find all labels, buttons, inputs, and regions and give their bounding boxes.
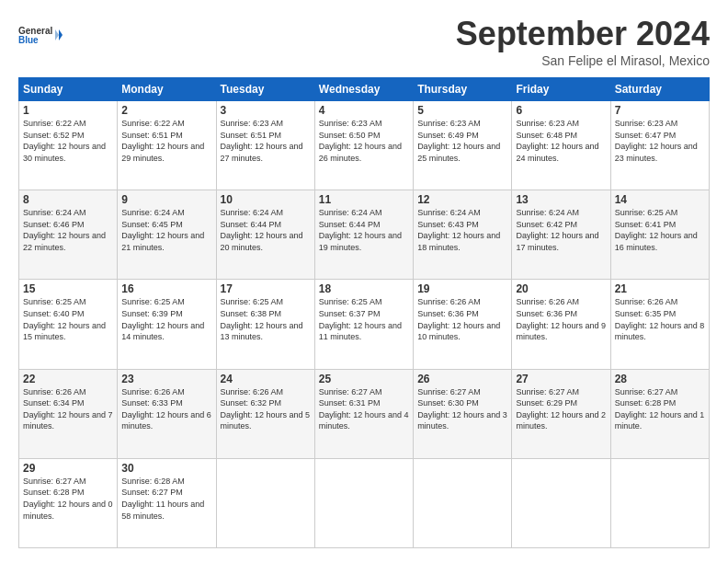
title-area: September 2024 San Felipe el Mirasol, Me… — [456, 15, 710, 68]
table-row: 1 Sunrise: 6:22 AMSunset: 6:52 PMDayligh… — [19, 101, 118, 190]
table-row: 24 Sunrise: 6:26 AMSunset: 6:32 PMDaylig… — [216, 369, 314, 458]
day-number: 21 — [615, 282, 705, 295]
cell-info: Sunrise: 6:27 AMSunset: 6:28 PMDaylight:… — [615, 386, 705, 432]
table-row: 10 Sunrise: 6:24 AMSunset: 6:44 PMDaylig… — [216, 190, 314, 280]
header: General Blue September 2024 San Felipe e… — [18, 15, 710, 68]
day-number: 29 — [23, 462, 113, 475]
day-number: 15 — [23, 282, 113, 295]
table-row: 21 Sunrise: 6:26 AMSunset: 6:35 PMDaylig… — [610, 280, 709, 369]
table-row: 5 Sunrise: 6:23 AMSunset: 6:49 PMDayligh… — [414, 101, 512, 190]
cell-info: Sunrise: 6:24 AMSunset: 6:44 PMDaylight:… — [221, 207, 311, 253]
table-row: 23 Sunrise: 6:26 AMSunset: 6:33 PMDaylig… — [118, 369, 216, 458]
day-number: 4 — [319, 104, 409, 117]
day-number: 10 — [221, 193, 311, 206]
day-number: 8 — [23, 193, 113, 206]
table-row: 26 Sunrise: 6:27 AMSunset: 6:30 PMDaylig… — [414, 369, 512, 458]
table-row: 2 Sunrise: 6:22 AMSunset: 6:51 PMDayligh… — [118, 101, 216, 190]
table-row — [610, 458, 709, 547]
day-number: 26 — [417, 373, 507, 385]
calendar-week-row: 22 Sunrise: 6:26 AMSunset: 6:34 PMDaylig… — [19, 369, 710, 458]
cell-info: Sunrise: 6:23 AMSunset: 6:51 PMDaylight:… — [221, 118, 311, 164]
cell-info: Sunrise: 6:24 AMSunset: 6:45 PMDaylight:… — [121, 207, 211, 253]
table-row: 27 Sunrise: 6:27 AMSunset: 6:29 PMDaylig… — [512, 369, 610, 458]
table-row: 7 Sunrise: 6:23 AMSunset: 6:47 PMDayligh… — [610, 101, 709, 190]
day-number: 2 — [121, 104, 211, 117]
cell-info: Sunrise: 6:23 AMSunset: 6:49 PMDaylight:… — [417, 118, 507, 164]
col-tuesday: Tuesday — [216, 78, 314, 101]
col-wednesday: Wednesday — [314, 78, 413, 101]
cell-info: Sunrise: 6:27 AMSunset: 6:30 PMDaylight:… — [417, 386, 507, 432]
logo-svg: General Blue — [18, 15, 64, 55]
cell-info: Sunrise: 6:25 AMSunset: 6:37 PMDaylight:… — [319, 296, 409, 342]
cell-info: Sunrise: 6:28 AMSunset: 6:27 PMDaylight:… — [121, 476, 211, 522]
table-row — [216, 458, 314, 547]
day-number: 7 — [615, 104, 705, 117]
cell-info: Sunrise: 6:24 AMSunset: 6:44 PMDaylight:… — [319, 207, 409, 253]
day-number: 22 — [23, 373, 113, 385]
col-saturday: Saturday — [610, 78, 709, 101]
day-number: 20 — [516, 282, 606, 295]
col-monday: Monday — [118, 78, 216, 101]
cell-info: Sunrise: 6:25 AMSunset: 6:41 PMDaylight:… — [615, 207, 705, 253]
day-number: 12 — [417, 193, 507, 206]
cell-info: Sunrise: 6:23 AMSunset: 6:50 PMDaylight:… — [319, 118, 409, 164]
day-number: 14 — [615, 193, 705, 206]
cell-info: Sunrise: 6:23 AMSunset: 6:48 PMDaylight:… — [516, 118, 606, 164]
cell-info: Sunrise: 6:24 AMSunset: 6:42 PMDaylight:… — [516, 207, 606, 253]
cell-info: Sunrise: 6:26 AMSunset: 6:36 PMDaylight:… — [516, 296, 606, 342]
day-number: 1 — [23, 104, 113, 117]
col-friday: Friday — [512, 78, 610, 101]
svg-marker-3 — [55, 29, 59, 40]
day-number: 25 — [319, 373, 409, 385]
table-row — [314, 458, 413, 547]
calendar-week-row: 8 Sunrise: 6:24 AMSunset: 6:46 PMDayligh… — [19, 190, 710, 280]
cell-info: Sunrise: 6:23 AMSunset: 6:47 PMDaylight:… — [615, 118, 705, 164]
day-number: 11 — [319, 193, 409, 206]
logo: General Blue — [18, 15, 64, 55]
cell-info: Sunrise: 6:24 AMSunset: 6:46 PMDaylight:… — [23, 207, 113, 253]
cell-info: Sunrise: 6:27 AMSunset: 6:28 PMDaylight:… — [23, 476, 113, 522]
table-row: 6 Sunrise: 6:23 AMSunset: 6:48 PMDayligh… — [512, 101, 610, 190]
day-number: 18 — [319, 282, 409, 295]
calendar-week-row: 15 Sunrise: 6:25 AMSunset: 6:40 PMDaylig… — [19, 280, 710, 369]
table-row: 25 Sunrise: 6:27 AMSunset: 6:31 PMDaylig… — [314, 369, 413, 458]
day-number: 27 — [516, 373, 606, 385]
day-number: 24 — [221, 373, 311, 385]
cell-info: Sunrise: 6:26 AMSunset: 6:34 PMDaylight:… — [23, 386, 113, 432]
table-row: 11 Sunrise: 6:24 AMSunset: 6:44 PMDaylig… — [314, 190, 413, 280]
cell-info: Sunrise: 6:25 AMSunset: 6:38 PMDaylight:… — [221, 296, 311, 342]
day-number: 28 — [615, 373, 705, 385]
cell-info: Sunrise: 6:25 AMSunset: 6:40 PMDaylight:… — [23, 296, 113, 342]
day-number: 19 — [417, 282, 507, 295]
cell-info: Sunrise: 6:22 AMSunset: 6:52 PMDaylight:… — [23, 118, 113, 164]
table-row: 9 Sunrise: 6:24 AMSunset: 6:45 PMDayligh… — [118, 190, 216, 280]
table-row: 17 Sunrise: 6:25 AMSunset: 6:38 PMDaylig… — [216, 280, 314, 369]
cell-info: Sunrise: 6:26 AMSunset: 6:33 PMDaylight:… — [121, 386, 211, 432]
table-row: 28 Sunrise: 6:27 AMSunset: 6:28 PMDaylig… — [610, 369, 709, 458]
col-thursday: Thursday — [414, 78, 512, 101]
col-sunday: Sunday — [19, 78, 118, 101]
table-row: 18 Sunrise: 6:25 AMSunset: 6:37 PMDaylig… — [314, 280, 413, 369]
table-row: 3 Sunrise: 6:23 AMSunset: 6:51 PMDayligh… — [216, 101, 314, 190]
page: General Blue September 2024 San Felipe e… — [0, 0, 728, 563]
table-row: 20 Sunrise: 6:26 AMSunset: 6:36 PMDaylig… — [512, 280, 610, 369]
cell-info: Sunrise: 6:26 AMSunset: 6:35 PMDaylight:… — [615, 296, 705, 342]
cell-info: Sunrise: 6:24 AMSunset: 6:43 PMDaylight:… — [417, 207, 507, 253]
day-number: 13 — [516, 193, 606, 206]
table-row: 30 Sunrise: 6:28 AMSunset: 6:27 PMDaylig… — [118, 458, 216, 547]
table-row: 12 Sunrise: 6:24 AMSunset: 6:43 PMDaylig… — [414, 190, 512, 280]
day-number: 6 — [516, 104, 606, 117]
calendar-week-row: 29 Sunrise: 6:27 AMSunset: 6:28 PMDaylig… — [19, 458, 710, 547]
day-number: 3 — [221, 104, 311, 117]
table-row — [414, 458, 512, 547]
day-number: 30 — [121, 462, 211, 475]
svg-text:General: General — [18, 26, 52, 36]
svg-text:Blue: Blue — [18, 35, 39, 45]
day-number: 23 — [121, 373, 211, 385]
table-row: 19 Sunrise: 6:26 AMSunset: 6:36 PMDaylig… — [414, 280, 512, 369]
calendar-week-row: 1 Sunrise: 6:22 AMSunset: 6:52 PMDayligh… — [19, 101, 710, 190]
cell-info: Sunrise: 6:27 AMSunset: 6:31 PMDaylight:… — [319, 386, 409, 432]
cell-info: Sunrise: 6:25 AMSunset: 6:39 PMDaylight:… — [121, 296, 211, 342]
day-number: 5 — [417, 104, 507, 117]
table-row: 8 Sunrise: 6:24 AMSunset: 6:46 PMDayligh… — [19, 190, 118, 280]
